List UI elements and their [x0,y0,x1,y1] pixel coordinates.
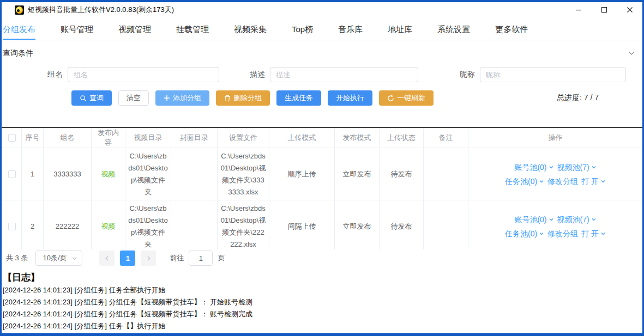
maximize-button[interactable] [591,2,617,17]
chevron-down-icon [71,255,77,261]
query-form: 组名 描述 昵称 [2,67,642,82]
table-row: 2 222222 视频 C:\Users\zbds01\Desktop\视频文件… [2,200,642,249]
prev-page-button[interactable] [99,251,115,266]
open-link[interactable]: 打 开 [581,227,606,241]
tab-top-list[interactable]: Top榜 [292,19,313,40]
chevron-down-icon [539,231,544,236]
tab-account-management[interactable]: 账号管理 [61,19,93,40]
chevron-down-icon [627,49,636,58]
cell-content-type: 视频 [92,200,125,249]
cell-cover-dir [171,148,218,200]
row-checkbox[interactable] [8,223,16,230]
header-upload-status: 上传状态 [380,128,424,148]
account-pool-link[interactable]: 账号池(0) [514,160,553,174]
delete-group-button[interactable]: 删除分组 [216,90,270,106]
group-name-input[interactable] [68,67,219,82]
cell-cover-dir [171,200,218,249]
open-link[interactable]: 打 开 [581,174,606,188]
video-pool-link[interactable]: 视频池(7) [557,160,597,174]
tab-address-library[interactable]: 地址库 [388,19,412,40]
table-header-row: 序号 组名 发布内容 视频目录 封面目录 设置文件 上传模式 发布模式 上传状态… [2,128,642,148]
task-pool-link[interactable]: 任务池(0) [505,174,544,188]
cell-seq: 1 [22,148,44,200]
close-icon [627,7,633,13]
video-pool-link[interactable]: 视频池(7) [557,212,597,227]
cell-video-dir: C:\Users\zbds01\Desktop\视频文件夹 [125,148,171,200]
log-section: 【日志】 [2024-12-26 14:01:23] [分组任务] 任务全部执行… [2,267,642,336]
cell-remark [424,148,468,200]
goto-label: 前往 [170,253,184,263]
header-upload-mode: 上传模式 [269,128,335,148]
cell-remark [424,200,468,249]
query-section: 查询条件 组名 描述 昵称 查询 清空 [2,40,642,106]
search-icon [80,95,87,102]
log-title: 【日志】 [3,271,640,284]
cell-content-type: 视频 [92,148,125,200]
toolbar: 查询 清空 添加分组 删除分组 生成任务 开始执行 一键刷新 [2,90,642,106]
modify-group-link[interactable]: 修改分组 [547,227,578,241]
page-size-select[interactable]: 10条/页 [35,251,82,266]
tab-video-management[interactable]: 视频管理 [118,19,151,40]
search-button[interactable]: 查询 [71,90,112,106]
cell-publish-mode: 立即发布 [335,200,380,249]
tab-group-publish[interactable]: 分组发布 [3,19,35,40]
one-key-refresh-button[interactable]: 一键刷新 [379,90,434,106]
header-video-dir: 视频目录 [125,128,171,148]
goto-page-input[interactable] [189,251,213,266]
header-publish-mode: 发布模式 [335,128,380,148]
next-page-button[interactable] [141,251,156,266]
log-line: [2024-12-26 14:01:23] [分组任务] 任务全部执行开始 [3,284,640,296]
tab-music-library[interactable]: 音乐库 [338,19,363,40]
chevron-down-icon [600,231,606,236]
tab-mount-management[interactable]: 挂载管理 [176,19,209,40]
start-run-button[interactable]: 开始执行 [328,90,372,106]
generate-task-button[interactable]: 生成任务 [276,90,321,106]
cell-config-file: C:\Users\zbds01\Desktop\视频文件夹\222222.xls… [218,200,269,249]
page-unit-label: 页 [218,253,225,263]
query-section-title: 查询条件 [2,48,642,58]
cell-actions: 账号池(0) 视频池(7) 任务池(0) 修改分组 打 开 [468,148,642,200]
cell-group-name: 3333333 [44,148,92,200]
row-checkbox[interactable] [8,170,16,178]
collapse-section-button[interactable] [627,49,636,60]
tab-more-software[interactable]: 更多软件 [495,19,528,40]
log-line: [2024-12-26 14:01:24] [分组任务] 分组任务【短视频带货挂… [3,308,640,320]
total-progress-label: 总进度: 7 / 7 [557,93,599,103]
minimize-button[interactable] [565,2,591,17]
group-table: 序号 组名 发布内容 视频目录 封面目录 设置文件 上传模式 发布模式 上传状态… [2,127,642,249]
cell-group-name: 222222 [44,200,92,249]
chevron-down-icon [549,164,554,170]
select-all-checkbox[interactable] [8,134,16,142]
group-name-label: 组名 [47,70,63,80]
total-count-label: 共 3 条 [6,253,28,263]
chevron-left-icon [104,255,110,261]
tab-video-collection[interactable]: 视频采集 [234,19,267,40]
account-pool-link[interactable]: 账号池(0) [514,212,553,227]
header-content-type: 发布内容 [92,128,125,148]
header-cover-dir: 封面目录 [171,128,218,148]
clear-button[interactable]: 清空 [118,90,149,106]
modify-group-link[interactable]: 修改分组 [547,174,578,188]
refresh-icon [387,95,394,102]
cell-actions: 账号池(0) 视频池(7) 任务池(0) 修改分组 打 开 [468,200,642,249]
chevron-down-icon [591,217,597,222]
add-group-button[interactable]: 添加分组 [155,90,209,106]
cell-upload-mode: 顺序上传 [269,148,335,200]
description-input[interactable] [270,67,418,82]
nickname-input[interactable] [480,67,626,82]
window-title: 短视频抖音批量上传软件V2.0.0.83(剩余173天) [28,5,174,15]
header-config-file: 设置文件 [218,128,269,148]
page-number-button[interactable]: 1 [120,251,135,266]
app-window: 短视频抖音批量上传软件V2.0.0.83(剩余173天) 分组发布 账号管理 视… [0,0,644,336]
plus-icon [164,95,170,101]
chevron-down-icon [600,179,606,184]
table-row: 1 3333333 视频 C:\Users\zbds01\Desktop\视频文… [2,148,642,200]
minimize-icon [575,7,582,13]
tab-system-settings[interactable]: 系统设置 [437,19,470,40]
close-button[interactable] [617,2,642,17]
task-pool-link[interactable]: 任务池(0) [505,227,544,241]
cell-upload-status: 待发布 [380,148,424,200]
field-group-name: 组名 [47,67,219,82]
pagination-bar: 共 3 条 10条/页 1 前往 页 [2,249,642,267]
field-nickname: 昵称 [460,67,626,82]
